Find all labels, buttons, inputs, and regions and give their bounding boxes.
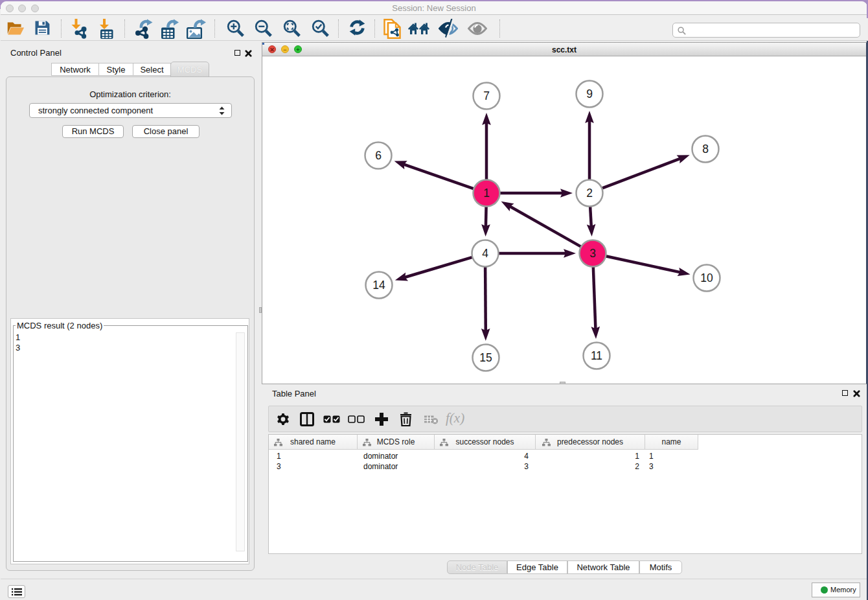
svg-text:14: 14 [372,279,385,292]
svg-text:8: 8 [702,143,709,156]
svg-text:11: 11 [591,349,602,362]
svg-text:4: 4 [482,247,488,260]
svg-text:2: 2 [586,187,593,200]
svg-text:6: 6 [375,149,382,162]
svg-text:3: 3 [589,247,596,260]
svg-text:15: 15 [479,351,492,364]
svg-text:7: 7 [483,89,490,102]
svg-text:9: 9 [586,87,593,100]
svg-text:10: 10 [700,271,713,284]
svg-text:1: 1 [483,187,490,200]
